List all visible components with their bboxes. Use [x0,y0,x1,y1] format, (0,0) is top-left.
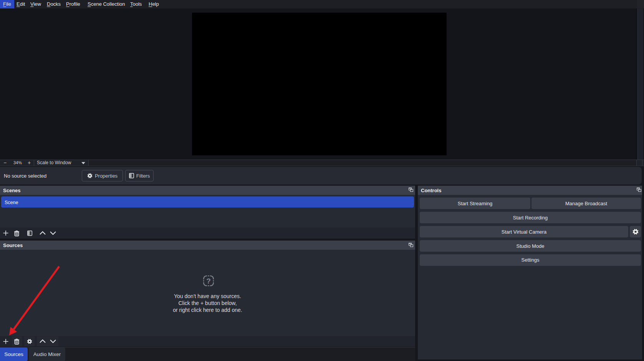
svg-text:?: ? [206,277,211,285]
